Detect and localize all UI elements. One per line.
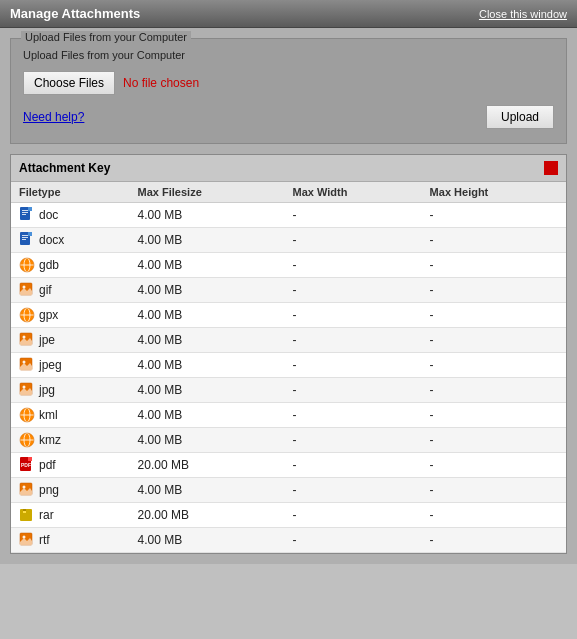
cell-max-height: - <box>422 278 566 303</box>
attachment-key-section: Attachment Key Filetype Max Filesize Max… <box>10 154 567 554</box>
cell-max-size: 4.00 MB <box>130 378 285 403</box>
table-row: PDF pdf 20.00 MB-- <box>11 453 566 478</box>
cell-max-size: 4.00 MB <box>130 478 285 503</box>
table-row: docx 4.00 MB-- <box>11 228 566 253</box>
cell-max-size: 4.00 MB <box>130 328 285 353</box>
filetype-label: png <box>39 483 59 497</box>
cell-max-height: - <box>422 253 566 278</box>
cell-max-width: - <box>285 353 422 378</box>
cell-max-width: - <box>285 478 422 503</box>
cell-max-width: - <box>285 528 422 553</box>
cell-filetype: jpg <box>11 378 130 403</box>
cell-filetype: jpeg <box>11 353 130 378</box>
col-filetype: Filetype <box>11 182 130 203</box>
cell-max-height: - <box>422 203 566 228</box>
filetype-label: doc <box>39 208 58 222</box>
table-row: jpe 4.00 MB-- <box>11 328 566 353</box>
png-icon <box>19 482 35 498</box>
cell-max-size: 4.00 MB <box>130 228 285 253</box>
cell-max-width: - <box>285 403 422 428</box>
attachment-key-header: Attachment Key <box>11 155 566 182</box>
cell-max-width: - <box>285 278 422 303</box>
close-window-link[interactable]: Close this window <box>479 8 567 20</box>
upload-button[interactable]: Upload <box>486 105 554 129</box>
doc-icon <box>19 207 35 223</box>
pdf-icon: PDF <box>19 457 35 473</box>
cell-filetype: rtf <box>11 528 130 553</box>
cell-max-size: 4.00 MB <box>130 528 285 553</box>
cell-max-width: - <box>285 303 422 328</box>
cell-max-width: - <box>285 503 422 528</box>
cell-max-width: - <box>285 428 422 453</box>
table-row: gpx 4.00 MB-- <box>11 303 566 328</box>
kmz-icon <box>19 432 35 448</box>
filetype-label: rar <box>39 508 54 522</box>
cell-max-height: - <box>422 428 566 453</box>
table-row: rtf 4.00 MB-- <box>11 528 566 553</box>
gif-icon <box>19 282 35 298</box>
upload-section: Upload Files from your Computer Upload F… <box>10 38 567 144</box>
col-max-width: Max Width <box>285 182 422 203</box>
cell-filetype: rar <box>11 503 130 528</box>
cell-max-size: 4.00 MB <box>130 203 285 228</box>
cell-filetype: PDF pdf <box>11 453 130 478</box>
cell-filetype: kmz <box>11 428 130 453</box>
collapse-icon[interactable] <box>544 161 558 175</box>
table-row: kml 4.00 MB-- <box>11 403 566 428</box>
cell-max-size: 4.00 MB <box>130 303 285 328</box>
svg-rect-8 <box>22 239 26 240</box>
cell-max-height: - <box>422 478 566 503</box>
attachment-key-title: Attachment Key <box>19 161 110 175</box>
cell-max-size: 4.00 MB <box>130 353 285 378</box>
attachment-key-table: Filetype Max Filesize Max Width Max Heig… <box>11 182 566 553</box>
svg-rect-7 <box>22 237 28 238</box>
svg-rect-3 <box>22 214 26 215</box>
cell-filetype: docx <box>11 228 130 253</box>
cell-max-height: - <box>422 403 566 428</box>
upload-section-legend: Upload Files from your Computer <box>21 31 191 43</box>
page-title: Manage Attachments <box>10 6 140 21</box>
filetype-label: gpx <box>39 308 58 322</box>
svg-rect-46 <box>23 511 26 513</box>
svg-rect-40 <box>28 457 32 461</box>
filetype-label: gif <box>39 283 52 297</box>
cell-max-height: - <box>422 503 566 528</box>
filetype-label: kml <box>39 408 58 422</box>
filetype-label: jpe <box>39 333 55 347</box>
filetype-label: rtf <box>39 533 50 547</box>
cell-filetype: gdb <box>11 253 130 278</box>
cell-max-height: - <box>422 228 566 253</box>
cell-max-width: - <box>285 453 422 478</box>
table-row: jpeg 4.00 MB-- <box>11 353 566 378</box>
cell-max-size: 4.00 MB <box>130 278 285 303</box>
cell-max-width: - <box>285 228 422 253</box>
cell-max-size: 4.00 MB <box>130 403 285 428</box>
table-row: gdb 4.00 MB-- <box>11 253 566 278</box>
svg-rect-4 <box>28 207 32 211</box>
cell-max-size: 20.00 MB <box>130 453 285 478</box>
gpx-icon <box>19 307 35 323</box>
filetype-label: jpeg <box>39 358 62 372</box>
cell-max-width: - <box>285 253 422 278</box>
jpe-icon <box>19 332 35 348</box>
filetype-label: jpg <box>39 383 55 397</box>
need-help-link[interactable]: Need help? <box>23 110 84 124</box>
table-row: kmz 4.00 MB-- <box>11 428 566 453</box>
cell-max-size: 4.00 MB <box>130 253 285 278</box>
cell-max-height: - <box>422 378 566 403</box>
filetype-label: gdb <box>39 258 59 272</box>
docx-icon <box>19 232 35 248</box>
choose-files-button[interactable]: Choose Files <box>23 71 115 95</box>
app-header: Manage Attachments Close this window <box>0 0 577 28</box>
col-max-filesize: Max Filesize <box>130 182 285 203</box>
cell-max-height: - <box>422 528 566 553</box>
cell-filetype: gpx <box>11 303 130 328</box>
svg-text:PDF: PDF <box>21 462 31 468</box>
svg-rect-6 <box>22 235 28 236</box>
table-row: jpg 4.00 MB-- <box>11 378 566 403</box>
jpeg-icon <box>19 357 35 373</box>
cell-max-height: - <box>422 453 566 478</box>
upload-section-label: Upload Files from your Computer <box>23 49 554 61</box>
rtf-icon <box>19 532 35 548</box>
table-header-row: Filetype Max Filesize Max Width Max Heig… <box>11 182 566 203</box>
